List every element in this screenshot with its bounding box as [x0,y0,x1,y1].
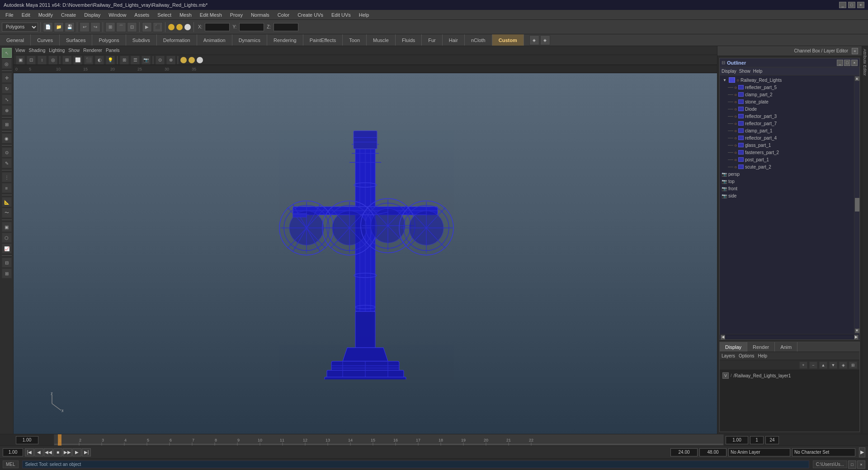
command-line-path[interactable]: C:\Users\Us... [813,461,847,468]
menu-edit[interactable]: Edit [18,11,34,19]
vp-menu-panels[interactable]: Panels [106,48,120,53]
select-tool-button[interactable]: ↖ [2,48,12,58]
tab-painteffects[interactable]: PaintEffects [303,34,343,46]
tree-item-front[interactable]: 📷 front [720,185,854,192]
snap-button[interactable]: ⋮ [2,172,12,182]
menu-assets[interactable]: Assets [131,11,153,19]
tab-rendering[interactable]: Rendering [267,34,303,46]
anim-layer-field[interactable]: No Anim Layer [728,448,790,456]
menu-window[interactable]: Window [105,11,130,19]
scroll-up-button[interactable]: ▲ [855,76,859,81]
tab-curves[interactable]: Curves [31,34,60,46]
measure-button[interactable]: 📐 [2,197,12,207]
menu-mesh[interactable]: Mesh [176,11,195,19]
save-button[interactable]: 💾 [65,22,75,32]
menu-modify[interactable]: Modify [35,11,57,19]
layer-up-button[interactable]: ▲ [819,362,827,369]
vp-hud-button[interactable]: ☰ [131,56,140,65]
vp-quality-2-button[interactable] [189,57,195,63]
vp-extra2-button[interactable]: ⊗ [166,56,175,65]
render-region-button[interactable]: ⬛ [153,22,163,32]
menu-proxy[interactable]: Proxy [226,11,246,19]
tree-item-reflector-part-3[interactable]: ○ reflector_part_3 [720,113,854,120]
layer-menu-layers[interactable]: Layers [722,353,735,358]
graph-editor-button[interactable]: 📈 [2,244,12,254]
vp-menu-renderer[interactable]: Renderer [83,48,102,53]
vp-quality-3-button[interactable] [197,57,203,63]
go-end-button[interactable]: ▶| [82,448,91,456]
shelf-icon-1[interactable]: ◈ [529,35,539,45]
timeline-frame-1[interactable] [726,436,748,444]
layer-menu-options[interactable]: Options [739,353,754,358]
timeline-track[interactable]: 1 2 3 4 5 6 7 8 9 10 11 12 13 14 15 16 1… [54,434,723,446]
outliner-hscrollbar[interactable]: ◀ ▶ [720,334,859,339]
outliner-menu-show[interactable]: Show [739,69,750,74]
menu-edit-uvs[interactable]: Edit UVs [328,11,354,19]
layer-menu-help[interactable]: Help [758,353,767,358]
tab-custom[interactable]: Custom [492,34,524,46]
show-manip-button[interactable]: ⊞ [2,119,12,129]
playback-end-input[interactable] [699,448,726,456]
layer-visibility-toggle[interactable]: V [722,372,729,379]
rotate-tool-button[interactable]: ↻ [2,84,12,94]
quality-high-button[interactable] [184,24,191,30]
tree-item-clamp-part-1[interactable]: ○ clamp_part_1 [720,127,854,134]
timeline-current-frame-input[interactable] [16,436,38,444]
coord-z-input[interactable] [274,23,298,31]
layer-tab-anim[interactable]: Anim [775,342,797,352]
layer-delete-button[interactable]: − [809,362,817,369]
vp-cam-button[interactable]: 📷 [142,56,151,65]
menu-select[interactable]: Select [154,11,175,19]
vp-display-texture-button[interactable]: ⬛ [84,56,93,65]
next-frame-button[interactable]: ▶ [72,448,81,456]
hscroll-right-button[interactable]: ▶ [854,335,859,339]
snap-curve-button[interactable]: ⌒ [116,22,126,32]
start-frame-input[interactable] [3,448,23,456]
outliner-maximize[interactable]: □ [844,60,850,66]
tree-item-stone-plate[interactable]: ○ stone_plate [720,98,854,105]
tab-toon[interactable]: Toon [343,34,367,46]
timeline-end-frame[interactable] [765,436,779,444]
char-set-field[interactable]: No Character Set [792,448,855,456]
outliner-icon[interactable]: ⊟ [722,60,725,65]
outliner-menu-help[interactable]: Help [753,69,763,74]
paint-button[interactable]: ✎ [2,158,12,168]
outliner-minimize[interactable]: _ [837,60,843,66]
tree-item-diode[interactable]: ○ Diode [720,105,854,113]
shelf-icon-2[interactable]: ◈ [540,35,550,45]
vp-menu-shading[interactable]: Shading [29,48,46,53]
tab-deformation[interactable]: Deformation [157,34,197,46]
layer-attributes-button[interactable]: ⊞ [849,362,857,369]
go-start-button[interactable]: |◀ [25,448,34,456]
lasso-select-button[interactable]: ◎ [2,59,12,69]
tab-hair[interactable]: Hair [443,34,465,46]
menu-file[interactable]: File [2,11,17,19]
menu-edit-mesh[interactable]: Edit Mesh [196,11,226,19]
vp-display-light-button[interactable]: 💡 [106,56,115,65]
tree-item-fasteners-part-2[interactable]: ○ fasteners_part_2 [720,149,854,156]
layer-new-button[interactable]: + [799,362,807,369]
tree-item-reflector-part-7[interactable]: ○ reflector_part_7 [720,120,854,127]
move-tool-button[interactable]: ✛ [2,73,12,83]
annotation-button[interactable]: ≡ [2,183,12,193]
component-editor-button[interactable]: ⊟ [2,258,12,268]
menu-normals[interactable]: Normals [247,11,273,19]
universal-manip-button[interactable]: ⊕ [2,105,12,115]
tab-fluids[interactable]: Fluids [396,34,422,46]
outliner-close[interactable]: × [851,60,858,66]
play-forward-button[interactable]: ▶▶ [63,448,72,456]
tab-general[interactable]: General [0,34,31,46]
attr-strip-tab[interactable]: Attribute Editor [862,46,868,79]
vp-menu-view[interactable]: View [15,48,25,53]
mode-selector[interactable]: Polygons Surfaces Animation [2,23,38,32]
tab-subdivs[interactable]: Subdivs [126,34,157,46]
time-controls-expand[interactable]: ▶ [859,447,865,457]
vp-display-shaded-button[interactable]: ⬜ [73,56,82,65]
snap-point-button[interactable]: ⊡ [127,22,137,32]
layer-tab-display[interactable]: Display [720,342,747,352]
render-button[interactable]: ▶ [142,22,152,32]
layer-down-button[interactable]: ▼ [829,362,837,369]
vp-sync-button[interactable]: ↕ [38,56,47,65]
render-view-button[interactable]: ▣ [2,222,12,232]
menu-create[interactable]: Create [57,11,80,19]
